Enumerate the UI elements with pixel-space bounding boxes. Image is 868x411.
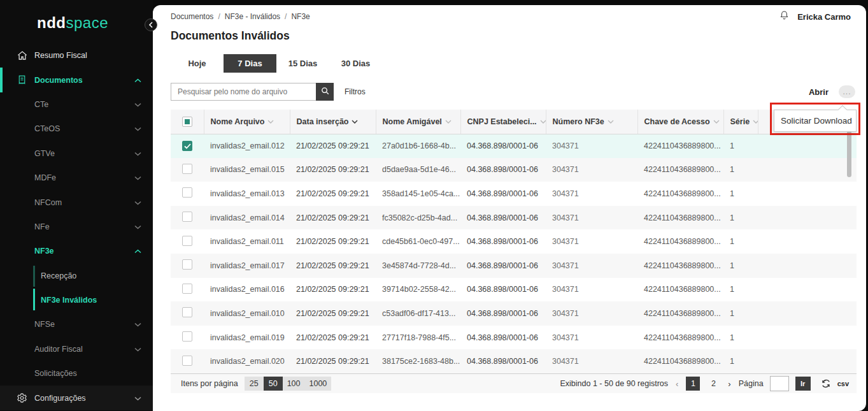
prev-page-button[interactable]: ‹ xyxy=(674,379,679,389)
sidebar-item-recepcao[interactable]: Recepção xyxy=(0,264,153,288)
table-row[interactable]: invalidas2_email.02021/02/2025 09:29:213… xyxy=(171,349,857,373)
documents-table: Nome Arquivo Data inserção Nome Amigável… xyxy=(171,110,857,373)
sidebar-item-cte[interactable]: CTe xyxy=(0,92,153,117)
breadcrumb-nf3e[interactable]: NF3e xyxy=(291,12,309,21)
column-header-numero-nf3e[interactable]: Número NF3e xyxy=(546,110,637,134)
tab-30-dias[interactable]: 30 Dias xyxy=(329,54,382,73)
row-checkbox[interactable] xyxy=(182,307,192,317)
indeterminate-mark xyxy=(185,119,190,124)
date-range-tabs: Hoje 7 Dias 15 Dias 30 Dias xyxy=(171,54,382,73)
breadcrumb-documentos[interactable]: Documentos xyxy=(171,12,213,21)
sidebar-collapse-button[interactable] xyxy=(145,18,157,31)
sort-icon xyxy=(608,120,614,124)
sidebar-item-resumo-fiscal[interactable]: Resumo Fiscal xyxy=(0,43,153,68)
chevron-down-icon xyxy=(134,222,141,231)
table-row[interactable]: invalidas2_email.01421/02/2025 09:29:21f… xyxy=(171,206,857,230)
tab-15-dias[interactable]: 15 Dias xyxy=(276,54,329,73)
table-row[interactable]: invalidas2_email.01121/02/2025 09:29:21c… xyxy=(171,229,857,254)
sort-icon xyxy=(753,120,758,124)
sidebar-item-gtve[interactable]: GTVe xyxy=(0,141,153,166)
row-checkbox[interactable] xyxy=(182,331,192,342)
sidebar-item-cteos[interactable]: CTeOS xyxy=(0,117,153,141)
row-checkbox[interactable] xyxy=(182,356,192,366)
more-options-button[interactable]: ... xyxy=(839,85,855,98)
go-button[interactable]: Ir xyxy=(795,377,811,391)
receipt-icon xyxy=(17,75,28,86)
open-button[interactable]: Abrir xyxy=(809,87,829,97)
chevron-down-icon xyxy=(134,173,141,182)
sidebar-item-mdfe[interactable]: MDFe xyxy=(0,166,153,190)
menu-item-solicitar-download[interactable]: Solicitar Download xyxy=(774,110,856,131)
next-page-button[interactable]: › xyxy=(727,379,732,389)
page-button-1[interactable]: 1 xyxy=(686,377,700,391)
table-row[interactable]: invalidas2_email.01221/02/2025 09:29:212… xyxy=(171,134,857,158)
column-header-nome-amigavel[interactable]: Nome Amigável xyxy=(376,110,460,134)
page-size-25[interactable]: 25 xyxy=(245,377,264,391)
filters-button[interactable]: Filtros xyxy=(345,87,366,96)
sidebar-item-auditor-fiscal[interactable]: Auditor Fiscal xyxy=(0,337,153,361)
sidebar-item-nfe[interactable]: NFe xyxy=(0,215,153,239)
search-icon xyxy=(320,86,330,97)
page-button-2[interactable]: 2 xyxy=(706,377,720,391)
sort-icon xyxy=(445,120,452,124)
sidebar-item-documentos[interactable]: Documentos xyxy=(0,68,153,92)
table-row[interactable]: invalidas2_email.01021/02/2025 09:29:21c… xyxy=(171,301,857,326)
sidebar-item-nf3e-invalidos[interactable]: NF3e Inválidos xyxy=(0,288,153,312)
breadcrumb-nf3e-invalidos[interactable]: NF3e - Inválidos xyxy=(225,12,280,21)
tab-hoje[interactable]: Hoje xyxy=(171,54,224,73)
sidebar-item-solicitacoes[interactable]: Solicitações xyxy=(0,361,153,386)
sidebar-item-nf3e[interactable]: NF3e xyxy=(0,239,153,263)
gear-icon xyxy=(17,393,28,404)
page-size-100[interactable]: 100 xyxy=(283,377,305,391)
download-menu: Solicitar Download xyxy=(774,110,857,132)
page-label: Página xyxy=(739,379,764,388)
table-row[interactable]: invalidas2_email.01521/02/2025 09:29:21d… xyxy=(171,158,857,182)
chevron-down-icon xyxy=(134,149,141,158)
page-size-1000[interactable]: 1000 xyxy=(305,377,332,391)
sidebar-item-nfcom[interactable]: NFCom xyxy=(0,190,153,214)
sort-icon xyxy=(267,120,274,124)
table-row[interactable]: invalidas2_email.01721/02/2025 09:29:213… xyxy=(171,254,857,278)
chevron-up-icon xyxy=(134,76,141,85)
row-checkbox[interactable] xyxy=(182,141,192,151)
table-footer: Itens por página 25 50 100 1000 Exibindo… xyxy=(171,373,857,393)
row-checkbox[interactable] xyxy=(182,236,192,246)
sort-icon xyxy=(540,120,546,124)
row-checkbox[interactable] xyxy=(182,212,192,222)
row-checkbox[interactable] xyxy=(182,284,192,294)
sidebar-item-configuracoes[interactable]: Configurações xyxy=(0,386,153,410)
chevron-down-icon xyxy=(134,345,141,354)
chevron-down-icon xyxy=(134,394,141,403)
search-input[interactable] xyxy=(171,83,316,101)
items-per-page-label: Itens por página xyxy=(181,379,238,388)
sidebar-item-nfse[interactable]: NFSe xyxy=(0,312,153,336)
column-header-data-insercao[interactable]: Data inserção xyxy=(290,110,376,134)
bell-icon[interactable] xyxy=(779,10,790,24)
page-number-input[interactable] xyxy=(770,376,789,391)
table-row[interactable]: invalidas2_email.01921/02/2025 09:29:212… xyxy=(171,326,857,350)
tab-7-dias[interactable]: 7 Dias xyxy=(224,54,276,73)
column-header-cnpj[interactable]: CNPJ Estabeleci... xyxy=(460,110,546,134)
column-header-serie[interactable]: Série xyxy=(723,110,758,134)
csv-export-button[interactable]: csv xyxy=(837,380,849,387)
page-size-50[interactable]: 50 xyxy=(264,377,283,391)
user-name[interactable]: Ericka Carmo xyxy=(797,12,851,22)
row-checkbox[interactable] xyxy=(182,187,192,198)
table-row[interactable]: invalidas2_email.01321/02/2025 09:29:213… xyxy=(171,182,857,206)
chevron-down-icon xyxy=(134,320,141,329)
chevron-up-icon xyxy=(134,247,141,256)
chevron-down-icon xyxy=(134,100,141,109)
column-header-chave-acesso[interactable]: Chave de Acesso xyxy=(637,110,723,134)
table-scrollbar[interactable] xyxy=(847,131,851,177)
chevron-down-icon xyxy=(134,198,141,207)
chevron-down-icon xyxy=(134,124,141,133)
row-checkbox[interactable] xyxy=(182,164,192,174)
select-all-checkbox[interactable] xyxy=(182,117,192,127)
row-checkbox[interactable] xyxy=(182,259,192,270)
column-header-nome-arquivo[interactable]: Nome Arquivo xyxy=(204,110,290,134)
table-row[interactable]: invalidas2_email.01621/02/2025 09:29:213… xyxy=(171,278,857,302)
records-summary: Exibindo 1 - 50 de 90 registros xyxy=(560,379,668,388)
search-button[interactable] xyxy=(316,83,334,101)
refresh-icon[interactable] xyxy=(821,379,831,389)
annotation-highlight-box: Solicitar Download xyxy=(770,103,860,135)
